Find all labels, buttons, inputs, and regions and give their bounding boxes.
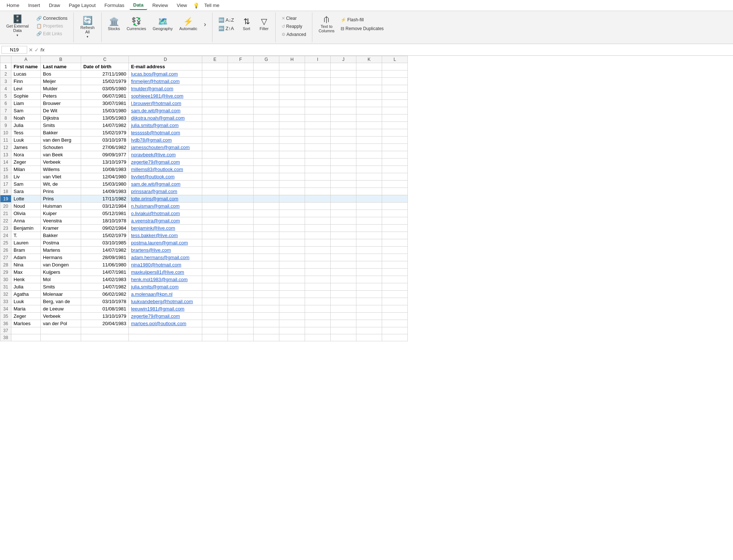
cell-g33[interactable]	[254, 298, 279, 305]
cell-e24[interactable]	[202, 232, 228, 239]
cell-f10[interactable]	[228, 129, 254, 137]
row-number[interactable]: 26	[0, 247, 11, 254]
row-number[interactable]: 12	[0, 144, 11, 151]
row-number[interactable]: 16	[0, 173, 11, 181]
stocks-button[interactable]: 🏛️ Stocks	[105, 13, 123, 35]
cell-f30[interactable]	[228, 276, 254, 283]
cell-b34[interactable]: de Leeuw	[41, 305, 81, 313]
cell-f29[interactable]	[228, 269, 254, 276]
menu-formulas[interactable]: Formulas	[101, 1, 128, 10]
row-number[interactable]: 25	[0, 239, 11, 247]
cell-h17[interactable]	[279, 181, 305, 188]
cell-c29[interactable]: 14/07/1981	[81, 269, 129, 276]
cell-k25[interactable]	[356, 239, 382, 247]
email-link[interactable]: zegertje79@gmail.com	[131, 313, 180, 319]
cell-c36[interactable]: 20/04/1983	[81, 320, 129, 327]
cell-g15[interactable]	[254, 166, 279, 173]
cell-d18[interactable]: prinssara@gmail.com	[129, 188, 202, 195]
cell-g34[interactable]	[254, 305, 279, 313]
cell-b16[interactable]: van Vliet	[41, 173, 81, 181]
cell-k37[interactable]	[356, 327, 382, 334]
cell-e30[interactable]	[202, 276, 228, 283]
cell-h31[interactable]	[279, 283, 305, 291]
cell-a24[interactable]: T.	[11, 232, 41, 239]
cell-l9[interactable]	[382, 122, 408, 129]
cell-h13[interactable]	[279, 151, 305, 159]
cell-e33[interactable]	[202, 298, 228, 305]
cell-k21[interactable]	[356, 210, 382, 217]
cell-d31[interactable]: julia.smits@gmail.com	[129, 283, 202, 291]
cell-d10[interactable]: tesssssb@hotmail.com	[129, 129, 202, 137]
cell-j37[interactable]	[331, 327, 356, 334]
cell-l18[interactable]	[382, 188, 408, 195]
properties-button[interactable]: 📋 Properties	[34, 22, 70, 30]
cell-c33[interactable]: 03/10/1978	[81, 298, 129, 305]
cell-g24[interactable]	[254, 232, 279, 239]
cell-k9[interactable]	[356, 122, 382, 129]
cell-h19[interactable]	[279, 195, 305, 203]
row-number[interactable]: 37	[0, 327, 11, 334]
cell-b11[interactable]: van den Berg	[41, 137, 81, 144]
cell-d2[interactable]: lucas.bos@gmail.com	[129, 70, 202, 78]
cell-i35[interactable]	[305, 313, 331, 320]
cell-a5[interactable]: Sophie	[11, 92, 41, 100]
cell-g6[interactable]	[254, 100, 279, 107]
cell-i29[interactable]	[305, 269, 331, 276]
row-number[interactable]: 17	[0, 181, 11, 188]
cell-j14[interactable]	[331, 159, 356, 166]
cell-f3[interactable]	[228, 78, 254, 85]
cell-j1[interactable]	[331, 63, 356, 70]
cell-b25[interactable]: Postma	[41, 239, 81, 247]
cell-a29[interactable]: Max	[11, 269, 41, 276]
cell-d25[interactable]: postma.lauren@gmail.com	[129, 239, 202, 247]
row-number[interactable]: 30	[0, 276, 11, 283]
cell-k23[interactable]	[356, 225, 382, 232]
cell-b7[interactable]: De Wit	[41, 107, 81, 114]
cell-i16[interactable]	[305, 173, 331, 181]
cancel-formula-icon[interactable]: ✕	[29, 47, 33, 53]
cell-i31[interactable]	[305, 283, 331, 291]
cell-f15[interactable]	[228, 166, 254, 173]
col-header-a[interactable]: A	[11, 56, 41, 63]
cell-l30[interactable]	[382, 276, 408, 283]
cell-f2[interactable]	[228, 70, 254, 78]
cell-i19[interactable]	[305, 195, 331, 203]
cell-i25[interactable]	[305, 239, 331, 247]
cell-l13[interactable]	[382, 151, 408, 159]
cell-k19[interactable]	[356, 195, 382, 203]
cell-j8[interactable]	[331, 114, 356, 122]
cell-i2[interactable]	[305, 70, 331, 78]
cell-a26[interactable]: Bram	[11, 247, 41, 254]
cell-k5[interactable]	[356, 92, 382, 100]
cell-d8[interactable]: dijkstra.noah@gmail.com	[129, 114, 202, 122]
menu-home[interactable]: Home	[3, 1, 23, 10]
cell-l27[interactable]	[382, 254, 408, 261]
cell-c21[interactable]: 05/12/1981	[81, 210, 129, 217]
cell-k34[interactable]	[356, 305, 382, 313]
row-number[interactable]: 34	[0, 305, 11, 313]
cell-l4[interactable]	[382, 85, 408, 92]
cell-e4[interactable]	[202, 85, 228, 92]
cell-f11[interactable]	[228, 137, 254, 144]
cell-i17[interactable]	[305, 181, 331, 188]
col-header-k[interactable]: K	[356, 56, 382, 63]
cell-k32[interactable]	[356, 291, 382, 298]
cell-g13[interactable]	[254, 151, 279, 159]
cell-b5[interactable]: Peters	[41, 92, 81, 100]
cell-j16[interactable]	[331, 173, 356, 181]
cell-h24[interactable]	[279, 232, 305, 239]
cell-f28[interactable]	[228, 261, 254, 269]
cell-k17[interactable]	[356, 181, 382, 188]
email-link[interactable]: leeuwin1981@gmail.com	[131, 306, 184, 312]
cell-i24[interactable]	[305, 232, 331, 239]
cell-a7[interactable]: Sam	[11, 107, 41, 114]
cell-f17[interactable]	[228, 181, 254, 188]
row-number[interactable]: 38	[0, 334, 11, 341]
cell-k1[interactable]	[356, 63, 382, 70]
refresh-all-button[interactable]: 🔄 RefreshAll ▾	[77, 15, 98, 40]
cell-e6[interactable]	[202, 100, 228, 107]
cell-g26[interactable]	[254, 247, 279, 254]
cell-c5[interactable]: 06/07/1981	[81, 92, 129, 100]
cell-d23[interactable]: benjamink@live.com	[129, 225, 202, 232]
email-link[interactable]: finmeijer@hotmail.com	[131, 79, 179, 84]
